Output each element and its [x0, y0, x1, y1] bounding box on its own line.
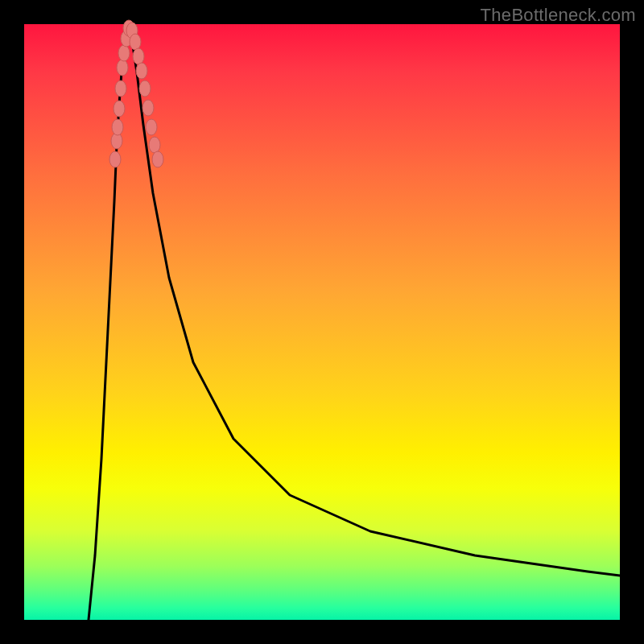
- curve-right-branch: [129, 24, 620, 576]
- data-dot: [112, 119, 123, 135]
- curve-group: [89, 24, 620, 620]
- data-dot: [152, 151, 163, 167]
- data-dot: [115, 80, 126, 97]
- data-dot: [130, 34, 141, 50]
- data-dot: [109, 151, 121, 167]
- watermark-text: TheBottleneck.com: [481, 5, 636, 26]
- data-dot: [146, 119, 157, 135]
- chart-frame: TheBottleneck.com: [0, 0, 644, 644]
- data-dot: [114, 101, 125, 117]
- data-dot: [139, 80, 151, 97]
- data-dot: [142, 100, 154, 116]
- dots-group: [109, 20, 163, 167]
- data-dot: [149, 137, 160, 153]
- data-dot: [118, 45, 130, 61]
- data-dot: [117, 60, 128, 76]
- plot-area: [24, 24, 620, 620]
- data-dot: [133, 48, 144, 64]
- curve-svg: [24, 24, 620, 620]
- data-dot: [136, 63, 147, 79]
